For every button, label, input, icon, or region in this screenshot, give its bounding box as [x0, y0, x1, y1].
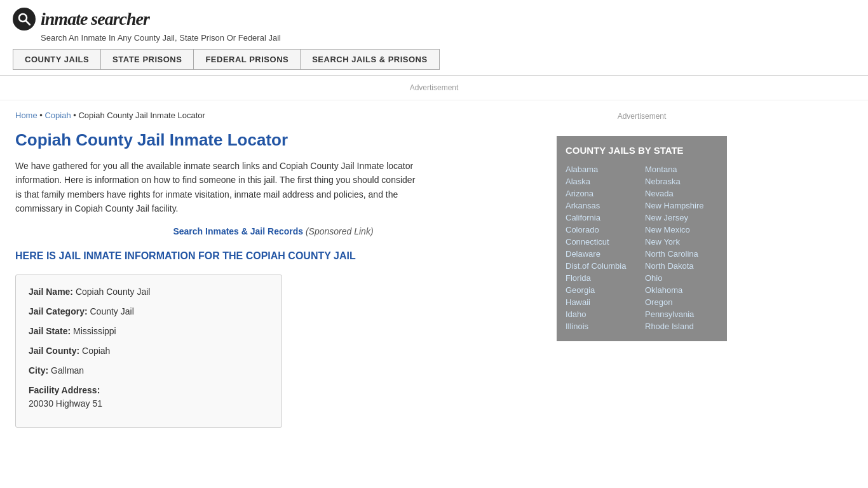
- county-jails-box-title: COUNTY JAILS BY STATE: [566, 145, 718, 156]
- search-inmates-link[interactable]: Search Inmates & Jail Records: [173, 226, 303, 236]
- county-jails-by-state-box: COUNTY JAILS BY STATE Alabama Alaska Ari…: [557, 136, 727, 341]
- state-link-connecticut[interactable]: Connecticut: [566, 236, 639, 248]
- breadcrumb-copiah[interactable]: Copiah: [44, 111, 71, 120]
- facility-address-label: Facility Address:: [29, 385, 100, 395]
- logo-icon: [13, 8, 36, 30]
- state-link-arkansas[interactable]: Arkansas: [566, 200, 639, 212]
- state-link-north-carolina[interactable]: North Carolina: [645, 248, 718, 260]
- jail-category-row: Jail Category: County Jail: [29, 305, 269, 318]
- state-link-north-dakota[interactable]: North Dakota: [645, 260, 718, 272]
- jail-county-val: Copiah: [82, 346, 110, 356]
- jail-name-row: Jail Name: Copiah County Jail: [29, 285, 269, 299]
- jail-info-box: Jail Name: Copiah County Jail Jail Categ…: [15, 274, 282, 428]
- state-col-1: Alabama Alaska Arizona Arkansas Californ…: [566, 163, 639, 332]
- header: inmate searcher Search An Inmate In Any …: [0, 0, 868, 76]
- state-link-nebraska[interactable]: Nebraska: [645, 175, 718, 187]
- state-link-delaware[interactable]: Delaware: [566, 248, 639, 260]
- page-description: We have gathered for you all the availab…: [15, 159, 422, 216]
- ad-banner-top: Advertisement: [0, 76, 868, 100]
- sidebar: Advertisement COUNTY JAILS BY STATE Alab…: [546, 100, 737, 443]
- section-heading: HERE IS JAIL INMATE INFORMATION FOR THE …: [15, 249, 531, 263]
- state-link-new-jersey[interactable]: New Jersey: [645, 212, 718, 224]
- state-link-rhode-island[interactable]: Rhode Island: [645, 320, 718, 332]
- state-link-illinois[interactable]: Illinois: [566, 320, 639, 332]
- state-link-oregon[interactable]: Oregon: [645, 296, 718, 308]
- sponsored-text: (Sponsored Link): [306, 226, 374, 236]
- jail-county-label: Jail County:: [29, 346, 79, 356]
- breadcrumb: Home • Copiah • Copiah County Jail Inmat…: [15, 111, 531, 120]
- facility-address-value: 20030 Highway 51: [29, 397, 269, 410]
- svg-line-1: [26, 21, 30, 25]
- search-link-area: Search Inmates & Jail Records (Sponsored…: [15, 226, 531, 236]
- logo-area: inmate searcher: [13, 8, 855, 30]
- tagline: Search An Inmate In Any County Jail, Sta…: [41, 33, 855, 43]
- state-link-florida[interactable]: Florida: [566, 272, 639, 284]
- state-grid: Alabama Alaska Arizona Arkansas Californ…: [566, 163, 718, 332]
- state-link-alaska[interactable]: Alaska: [566, 175, 639, 187]
- jail-county-row: Jail County: Copiah: [29, 344, 269, 358]
- breadcrumb-current: Copiah County Jail Inmate Locator: [78, 111, 205, 120]
- jail-name-label: Jail Name:: [29, 287, 73, 297]
- state-link-new-hampshire[interactable]: New Hampshire: [645, 200, 718, 212]
- breadcrumb-home[interactable]: Home: [15, 111, 37, 120]
- federal-prisons-nav-button[interactable]: FEDERAL PRISONS: [193, 49, 300, 70]
- state-link-ohio[interactable]: Ohio: [645, 272, 718, 284]
- jail-category-label: Jail Category:: [29, 306, 88, 316]
- county-jails-nav-button[interactable]: COUNTY JAILS: [13, 49, 100, 70]
- city-row: City: Gallman: [29, 364, 269, 377]
- city-val: Gallman: [51, 365, 84, 376]
- content-area: Home • Copiah • Copiah County Jail Inmat…: [0, 100, 546, 443]
- logo-text: inmate searcher: [41, 9, 149, 29]
- jail-name-val: Copiah County Jail: [76, 287, 151, 297]
- jail-state-label: Jail State:: [29, 326, 71, 336]
- state-col-2: Montana Nebraska Nevada New Hampshire Ne…: [645, 163, 718, 332]
- page-title: Copiah County Jail Inmate Locator: [15, 130, 531, 150]
- state-link-dc[interactable]: Dist.of Columbia: [566, 260, 639, 272]
- state-link-hawaii[interactable]: Hawaii: [566, 296, 639, 308]
- ad-sidebar: Advertisement: [557, 107, 727, 126]
- jail-state-val: Mississippi: [73, 326, 116, 336]
- state-link-arizona[interactable]: Arizona: [566, 187, 639, 200]
- state-link-new-mexico[interactable]: New Mexico: [645, 224, 718, 236]
- state-link-georgia[interactable]: Georgia: [566, 284, 639, 296]
- state-prisons-nav-button[interactable]: STATE PRISONS: [100, 49, 193, 70]
- nav: COUNTY JAILS STATE PRISONS FEDERAL PRISO…: [13, 49, 855, 70]
- state-link-pennsylvania[interactable]: Pennsylvania: [645, 308, 718, 320]
- jail-state-row: Jail State: Mississippi: [29, 325, 269, 338]
- facility-address-row: Facility Address: 20030 Highway 51: [29, 384, 269, 410]
- state-link-colorado[interactable]: Colorado: [566, 224, 639, 236]
- state-link-new-york[interactable]: New York: [645, 236, 718, 248]
- state-link-idaho[interactable]: Idaho: [566, 308, 639, 320]
- state-link-alabama[interactable]: Alabama: [566, 163, 639, 175]
- state-link-montana[interactable]: Montana: [645, 163, 718, 175]
- state-link-oklahoma[interactable]: Oklahoma: [645, 284, 718, 296]
- jail-category-val: County Jail: [90, 306, 133, 316]
- main-layout: Home • Copiah • Copiah County Jail Inmat…: [0, 100, 868, 443]
- state-link-california[interactable]: California: [566, 212, 639, 224]
- city-label: City:: [29, 365, 48, 376]
- search-jails-nav-button[interactable]: SEARCH JAILS & PRISONS: [300, 49, 439, 70]
- state-link-nevada[interactable]: Nevada: [645, 187, 718, 200]
